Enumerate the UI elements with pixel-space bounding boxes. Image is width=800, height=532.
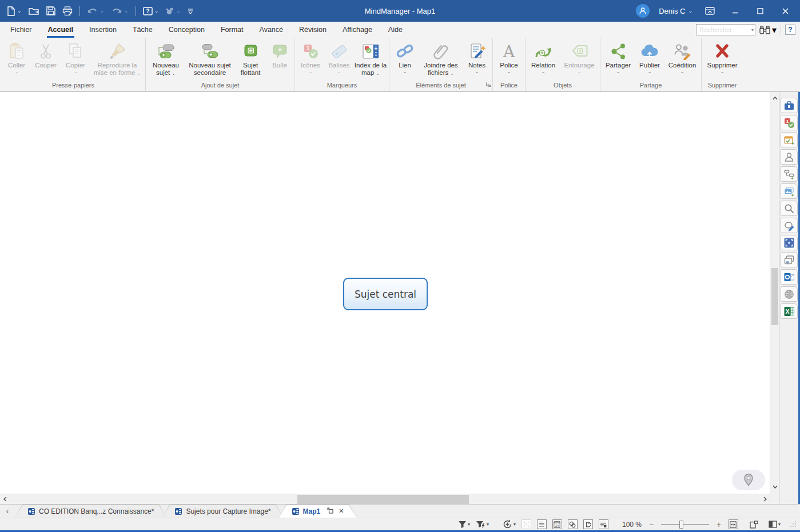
close-button[interactable]	[777, 3, 793, 19]
sidebar-item-resources[interactable]	[781, 149, 798, 165]
index-panel-button[interactable]	[599, 519, 608, 529]
tab-conception[interactable]: Conception	[161, 22, 213, 38]
sidebar-item-briefcase[interactable]	[781, 98, 798, 113]
tags-button[interactable]	[583, 519, 593, 529]
maximize-button[interactable]	[752, 3, 768, 19]
customize-quick-access-button[interactable]	[188, 8, 193, 14]
supprimer-button[interactable]: Supprimer ⌄	[703, 39, 741, 80]
vertical-scroll-thumb[interactable]	[771, 268, 778, 325]
tab-affichage[interactable]: Affichage	[335, 22, 380, 38]
zoom-in-button[interactable]: +	[715, 520, 723, 529]
redo-button[interactable]: ⌄	[111, 7, 129, 15]
select-mode-button[interactable]	[522, 519, 531, 529]
publier-button[interactable]: Publier ⌄	[635, 39, 664, 80]
filter-button[interactable]: ▾	[458, 521, 470, 529]
undo-button[interactable]: ⌄	[87, 7, 105, 15]
sidebar-item-outlook[interactable]	[781, 269, 798, 285]
bulle-button[interactable]: Bulle	[266, 39, 293, 80]
sidebar-item-excel[interactable]: X	[781, 303, 798, 319]
save-button[interactable]	[46, 6, 55, 15]
user-icon	[639, 7, 647, 15]
help-box-icon: ?	[143, 7, 153, 15]
sidebar-item-browser[interactable]	[781, 252, 798, 267]
touch-mode-button[interactable]: ⌄	[165, 7, 181, 15]
tab-aide[interactable]: Aide	[380, 22, 411, 38]
partager-button[interactable]: Partager ⌄	[602, 39, 634, 80]
avatar[interactable]	[636, 4, 650, 18]
help-question-button[interactable]: ?	[785, 25, 795, 35]
index-de-la-map-button[interactable]: Index de la map⌄	[354, 39, 387, 80]
scroll-right-arrow[interactable]	[761, 494, 770, 504]
sidebar-item-task-calendar[interactable]	[781, 132, 798, 147]
ribbon-display-options-button[interactable]	[702, 3, 718, 19]
zoom-slider[interactable]	[661, 520, 709, 529]
relation-button[interactable]: Relation ⌄	[527, 39, 559, 80]
sidebar-item-image-library[interactable]	[781, 183, 798, 199]
scroll-left-arrow[interactable]	[0, 494, 9, 504]
sidebar-item-search[interactable]	[781, 201, 798, 216]
tab-tache[interactable]: Tâche	[125, 22, 161, 38]
tab-format[interactable]: Format	[213, 22, 252, 38]
search-dropdown-caret[interactable]: ▾	[751, 27, 754, 33]
nouveau-sujet-secondaire-button[interactable]: Nouveau sujet secondaire	[185, 39, 234, 80]
icon-markers-button[interactable]	[568, 519, 578, 529]
new-document-button[interactable]: ⌄	[7, 6, 22, 16]
copier-button[interactable]: Copier ⌄	[61, 39, 90, 80]
locate-pill[interactable]	[732, 470, 765, 490]
sidebar-item-map-parts[interactable]	[781, 166, 798, 182]
print-button[interactable]	[62, 6, 73, 16]
sidebar-item-web-globe[interactable]	[781, 286, 798, 302]
window-layout-button[interactable]	[750, 521, 758, 529]
tab-fichier[interactable]: Fichier	[2, 22, 40, 38]
help-button[interactable]: ? ⌄	[143, 7, 159, 15]
tab-revision[interactable]: Révision	[291, 22, 335, 38]
vertical-scrollbar[interactable]	[770, 92, 779, 504]
open-button[interactable]	[29, 7, 39, 15]
tab-insertion[interactable]: Insertion	[81, 22, 125, 38]
joindre-des-fichiers-button[interactable]: Joindre des fichiers⌄	[420, 39, 462, 80]
zoom-out-button[interactable]: −	[647, 520, 655, 529]
zoom-slider-thumb[interactable]	[679, 521, 683, 529]
document-tab-1[interactable]: CO EDITION Banq...z Connaissance*	[15, 505, 166, 518]
sidebar-item-marker-index[interactable]: 1	[781, 115, 798, 130]
sidebar-item-sketch[interactable]	[781, 218, 798, 233]
horizontal-scrollbar[interactable]	[0, 494, 770, 504]
task-info-button[interactable]: 24	[552, 519, 562, 529]
reproduire-mise-en-forme-button[interactable]: Reproduire la mise en forme⌄	[91, 39, 144, 80]
balises-button[interactable]: Balises ⌄	[325, 39, 353, 80]
lien-button[interactable]: Lien ⌄	[391, 39, 419, 80]
scroll-down-arrow[interactable]	[770, 482, 779, 491]
icones-button[interactable]: 1 Icônes ⌄	[297, 39, 324, 80]
dialog-launcher[interactable]	[485, 79, 491, 90]
panel-toggle-button[interactable]: ▾	[769, 521, 781, 528]
fit-map-button[interactable]	[729, 519, 738, 529]
sidebar-item-capture[interactable]	[781, 235, 798, 250]
find-button[interactable]: ▾	[759, 25, 777, 35]
tab-scroll-left-arrow[interactable]: ‹	[0, 505, 15, 518]
user-menu[interactable]: Denis C ⌄	[659, 7, 692, 15]
document-tab-2[interactable]: Sujets pour Capture Image*	[162, 505, 283, 518]
document-tab-map1[interactable]: Map1 ✕	[279, 505, 357, 518]
central-topic-node[interactable]: Sujet central	[343, 278, 428, 310]
tab-avance[interactable]: Avancé	[252, 22, 291, 38]
scroll-up-arrow[interactable]	[770, 93, 779, 102]
sujet-flottant-button[interactable]: Sujet flottant	[236, 39, 265, 80]
resize-grip[interactable]	[790, 521, 797, 529]
coedition-button[interactable]: Coédition ⌄	[665, 39, 699, 80]
float-window-button[interactable]	[327, 507, 333, 515]
couper-button[interactable]: Couper	[31, 39, 60, 80]
horizontal-scroll-thumb[interactable]	[297, 495, 469, 504]
map-canvas[interactable]: Sujet central	[0, 92, 770, 504]
power-filter-button[interactable]: ▾	[476, 521, 489, 529]
nouveau-sujet-button[interactable]: Nouveau sujet⌄	[148, 39, 184, 80]
police-button[interactable]: A Police ⌄	[495, 39, 523, 80]
tab-accueil[interactable]: Accueil	[40, 22, 81, 38]
notes-panel-button[interactable]	[537, 519, 547, 529]
close-document-button[interactable]: ✕	[339, 507, 344, 515]
minimize-button[interactable]	[727, 3, 743, 19]
entourage-button[interactable]: Entourage ⌄	[560, 39, 598, 80]
search-input[interactable]	[696, 24, 755, 35]
notes-button[interactable]: Notes ⌄	[463, 39, 491, 80]
coller-button[interactable]: Coller ⌄	[3, 39, 30, 80]
quick-add-button[interactable]: ▾	[503, 519, 516, 529]
